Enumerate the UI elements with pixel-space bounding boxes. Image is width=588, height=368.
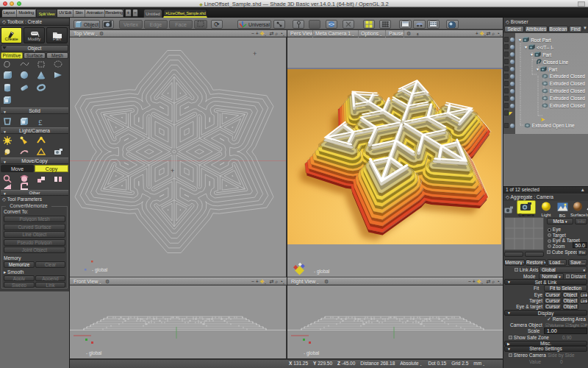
svg-text:£: £ [38, 118, 43, 127]
